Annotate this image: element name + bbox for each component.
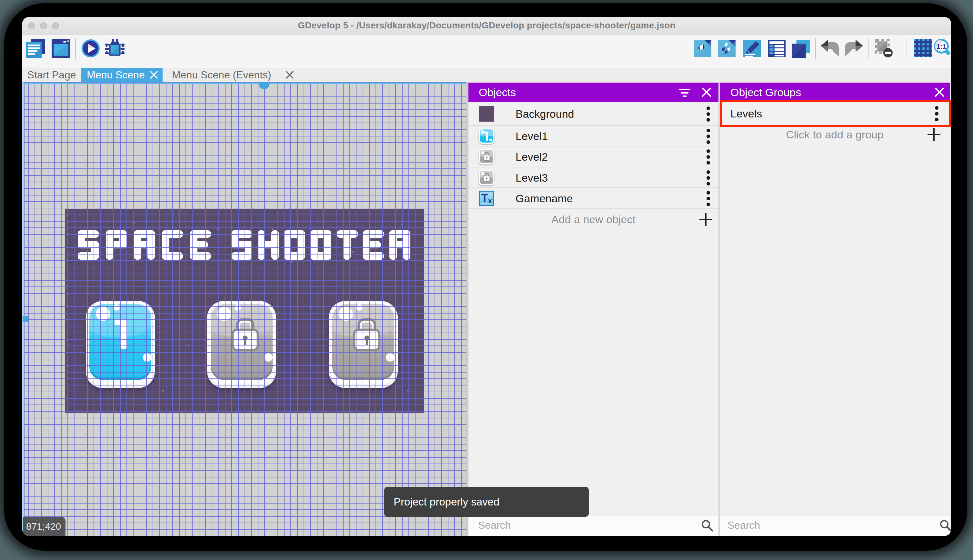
svg-text:1:1: 1:1	[936, 43, 946, 50]
svg-text:T: T	[481, 192, 488, 205]
svg-text:x: x	[488, 197, 492, 205]
